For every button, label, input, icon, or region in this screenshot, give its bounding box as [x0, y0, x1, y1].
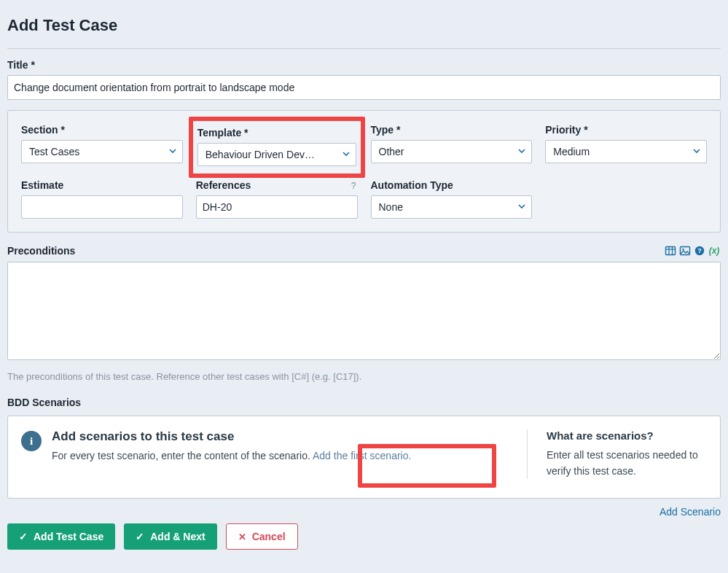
info-icon: i — [21, 431, 42, 451]
svg-rect-4 — [681, 247, 690, 255]
add-test-case-button[interactable]: ✓ Add Test Case — [7, 523, 115, 550]
page-title: Add Test Case — [7, 7, 721, 49]
help-icon[interactable]: ? — [693, 244, 706, 257]
title-label: Title * — [7, 59, 721, 71]
type-select[interactable]: Other — [371, 140, 533, 163]
automation-type-label: Automation Type — [371, 179, 533, 191]
editor-toolbar: ? (x) — [664, 244, 721, 257]
bdd-right-body: Enter all test scenarios needed to verif… — [547, 448, 707, 479]
template-select[interactable]: Behaviour Driven Dev… — [197, 143, 356, 166]
title-input[interactable] — [7, 75, 721, 100]
image-icon[interactable] — [678, 244, 692, 257]
type-label: Type * — [371, 124, 533, 136]
preconditions-label: Preconditions — [7, 245, 75, 257]
add-and-next-button[interactable]: ✓ Add & Next — [124, 523, 216, 550]
section-select[interactable]: Test Cases — [21, 140, 183, 163]
priority-select[interactable]: Medium — [545, 140, 707, 163]
preconditions-helper: The preconditions of this test case. Ref… — [7, 371, 721, 382]
svg-rect-0 — [666, 247, 676, 255]
close-icon: ✕ — [238, 531, 246, 542]
table-icon[interactable] — [664, 244, 677, 257]
svg-text:?: ? — [697, 247, 702, 254]
cancel-button[interactable]: ✕ Cancel — [226, 523, 298, 550]
check-icon: ✓ — [136, 531, 144, 542]
references-input[interactable] — [196, 195, 358, 219]
template-label: Template * — [197, 127, 356, 139]
preconditions-textarea[interactable] — [7, 262, 721, 360]
form-panel: Section * Test Cases Template * Behaviou… — [7, 110, 721, 233]
bdd-left-title: Add scenarios to this test case — [52, 429, 411, 444]
automation-type-select[interactable]: None — [371, 195, 533, 219]
check-icon: ✓ — [19, 531, 28, 542]
section-label: Section * — [21, 124, 183, 136]
add-test-case-label: Add Test Case — [34, 531, 103, 542]
references-label: References — [196, 179, 358, 191]
bdd-right-title: What are scenarios? — [547, 429, 707, 442]
add-scenario-link[interactable]: Add Scenario — [659, 506, 721, 518]
bdd-left-body: For every test scenario, enter the conte… — [52, 448, 411, 464]
references-help-icon[interactable]: ? — [351, 181, 356, 191]
bdd-scenarios-label: BDD Scenarios — [7, 397, 721, 408]
priority-label: Priority * — [545, 124, 707, 136]
add-first-scenario-link[interactable]: Add the first scenario. — [313, 450, 411, 461]
template-highlight: Template * Behaviour Driven Dev… — [189, 117, 365, 178]
divider — [527, 429, 528, 479]
bdd-panel: i Add scenarios to this test case For ev… — [7, 416, 721, 499]
svg-text:(x): (x) — [709, 246, 720, 256]
cancel-label: Cancel — [252, 531, 286, 542]
svg-point-5 — [682, 249, 684, 250]
variable-icon[interactable]: (x) — [708, 244, 721, 257]
estimate-label: Estimate — [21, 179, 183, 191]
estimate-input[interactable] — [21, 195, 183, 219]
add-and-next-label: Add & Next — [150, 531, 205, 542]
bdd-left-body-text: For every test scenario, enter the conte… — [52, 450, 313, 461]
